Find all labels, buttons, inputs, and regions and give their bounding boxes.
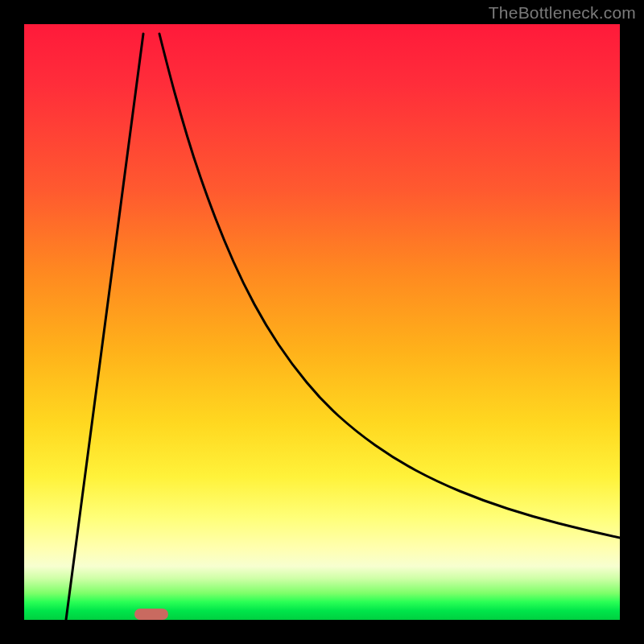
plot-area xyxy=(24,24,620,620)
watermark-text: TheBottleneck.com xyxy=(489,3,636,23)
chart-frame: TheBottleneck.com xyxy=(0,0,644,644)
curve-layer xyxy=(24,24,620,620)
right-asymptote xyxy=(159,34,620,538)
bottleneck-marker xyxy=(134,609,168,620)
left-line xyxy=(66,34,143,620)
